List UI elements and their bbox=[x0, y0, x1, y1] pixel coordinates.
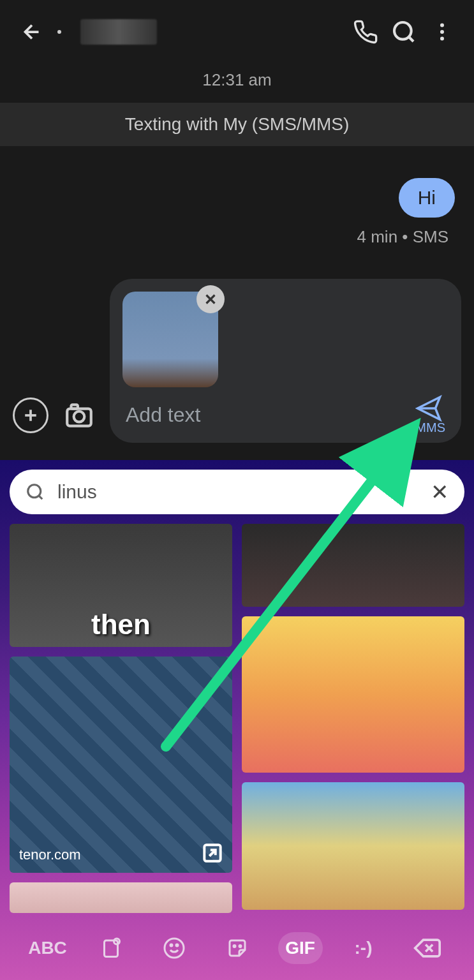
message-input[interactable] bbox=[122, 397, 383, 433]
keyboard-mode-bar: ABC GIF :-) bbox=[0, 916, 474, 980]
svg-line-1 bbox=[409, 37, 413, 41]
remove-attachment-button[interactable] bbox=[196, 285, 225, 313]
svg-rect-16 bbox=[104, 940, 117, 957]
emoji-button[interactable] bbox=[152, 932, 196, 964]
clipboard-button[interactable] bbox=[89, 932, 133, 964]
compose-row: MMS bbox=[0, 272, 474, 452]
svg-point-13 bbox=[28, 485, 41, 498]
gif-result[interactable] bbox=[10, 882, 232, 913]
add-attachment-button[interactable] bbox=[13, 397, 48, 433]
app-header bbox=[0, 0, 474, 57]
clear-search-button[interactable]: ✕ bbox=[431, 479, 448, 505]
svg-point-3 bbox=[440, 30, 444, 34]
open-external-icon[interactable] bbox=[200, 841, 225, 865]
svg-line-14 bbox=[39, 496, 42, 499]
svg-point-4 bbox=[440, 37, 444, 41]
conversation-timestamp: 12:31 am bbox=[0, 57, 474, 103]
gif-picker-panel: ✕ then tenor.com ABC bbox=[0, 460, 474, 980]
send-label: MMS bbox=[415, 420, 445, 435]
call-button[interactable] bbox=[353, 19, 378, 45]
attachment-preview[interactable] bbox=[122, 292, 218, 387]
gif-search-bar: ✕ bbox=[10, 470, 464, 514]
outgoing-message[interactable]: Hi bbox=[399, 178, 455, 218]
svg-point-9 bbox=[74, 412, 85, 422]
search-button[interactable] bbox=[391, 19, 417, 45]
textface-button[interactable]: :-) bbox=[341, 932, 386, 964]
svg-rect-8 bbox=[71, 405, 78, 408]
gif-result[interactable]: tenor.com bbox=[10, 657, 232, 872]
send-button[interactable]: MMS bbox=[415, 395, 445, 435]
contact-name[interactable] bbox=[57, 19, 340, 45]
gif-result[interactable]: then bbox=[10, 524, 232, 647]
gif-attribution: tenor.com bbox=[19, 847, 81, 863]
svg-point-20 bbox=[176, 944, 178, 946]
svg-point-22 bbox=[239, 946, 241, 947]
camera-button[interactable] bbox=[61, 397, 97, 433]
more-options-button[interactable] bbox=[429, 19, 455, 45]
svg-point-21 bbox=[233, 946, 235, 947]
gif-result[interactable] bbox=[242, 616, 464, 773]
gif-result[interactable] bbox=[242, 524, 464, 607]
compose-box: MMS bbox=[110, 279, 461, 443]
gif-search-input[interactable] bbox=[57, 481, 418, 503]
message-list: Hi 4 min • SMS bbox=[0, 146, 474, 272]
svg-point-2 bbox=[440, 24, 444, 27]
message-meta: 4 min • SMS bbox=[19, 218, 455, 260]
svg-point-0 bbox=[394, 22, 411, 40]
gif-results-grid: then tenor.com bbox=[10, 524, 464, 913]
gif-mode-button[interactable]: GIF bbox=[278, 932, 323, 964]
svg-point-19 bbox=[170, 944, 172, 946]
back-button[interactable] bbox=[19, 19, 45, 45]
abc-keyboard-button[interactable]: ABC bbox=[26, 932, 70, 964]
sticker-button[interactable] bbox=[215, 932, 260, 964]
search-icon bbox=[26, 482, 45, 501]
svg-point-18 bbox=[165, 939, 184, 958]
sms-banner: Texting with My (SMS/MMS) bbox=[0, 103, 474, 146]
gif-result[interactable] bbox=[242, 782, 464, 910]
backspace-button[interactable] bbox=[404, 932, 449, 964]
